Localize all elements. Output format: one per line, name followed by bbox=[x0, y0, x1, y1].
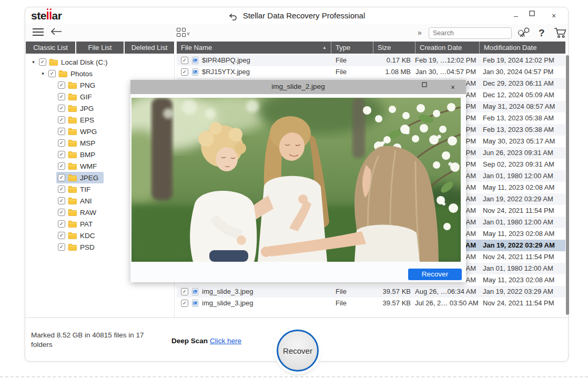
vertical-scrollbar bbox=[565, 54, 569, 317]
marked-summary-text: Marked 8.52 GB in 40815 files in 17 fold… bbox=[31, 331, 157, 350]
sort-ascending-icon: ▲ bbox=[322, 42, 327, 54]
tree-checkbox[interactable]: ✓ bbox=[58, 162, 65, 170]
preview-maximize-button[interactable] bbox=[422, 82, 433, 93]
tree-item-label: GIF bbox=[80, 93, 92, 101]
back-arrow-icon[interactable] bbox=[50, 27, 63, 36]
cart-icon[interactable] bbox=[553, 26, 567, 39]
folder-icon bbox=[68, 209, 77, 216]
tree-checkbox[interactable]: ✓ bbox=[58, 220, 65, 228]
table-row[interactable]: ✓ img_slide_3.jpeg File 39.57 KB Jul 26,… bbox=[177, 297, 565, 309]
help-icon[interactable]: ? bbox=[539, 27, 545, 39]
tree-item-label: EPS bbox=[80, 116, 94, 124]
creation-date: Jul 26, 2… 03:50 AM bbox=[415, 297, 479, 309]
tree-checkbox[interactable]: ✓ bbox=[58, 81, 65, 89]
screen: stellar Stellar Data Recovery Profession… bbox=[0, 0, 588, 380]
folder-icon bbox=[68, 174, 77, 181]
preview-titlebar[interactable]: img_slide_2.jpeg × bbox=[130, 80, 466, 94]
folder-icon bbox=[68, 197, 77, 204]
column-header-file-name[interactable]: File Name▲ bbox=[177, 42, 331, 54]
preview-recover-button[interactable]: Recover bbox=[408, 269, 462, 280]
search-input[interactable] bbox=[429, 29, 518, 37]
tree-checkbox[interactable]: ✓ bbox=[58, 174, 65, 181]
logo-dots bbox=[47, 8, 48, 10]
menu-icon[interactable] bbox=[33, 28, 44, 36]
column-header-size[interactable]: Size bbox=[373, 42, 415, 54]
file-size: 39.57 KB bbox=[373, 286, 415, 297]
expand-arrow-icon[interactable]: ▾ bbox=[29, 59, 37, 65]
tree-checkbox[interactable]: ✓ bbox=[58, 93, 65, 100]
tree-item-label: JPEG bbox=[80, 174, 98, 182]
tree-checkbox[interactable]: ✓ bbox=[58, 197, 65, 204]
expand-arrow-icon[interactable]: ▾ bbox=[39, 71, 47, 76]
file-size: 1.08 MB bbox=[373, 66, 415, 78]
scrollbar-thumb[interactable] bbox=[566, 55, 569, 315]
row-checkbox[interactable]: ✓ bbox=[181, 300, 188, 307]
modification-date: May 31, 2024 08:57 AM bbox=[479, 101, 565, 112]
tree-item-label: WMF bbox=[80, 162, 97, 170]
jpeg-file-icon bbox=[192, 68, 198, 76]
close-button[interactable]: × bbox=[548, 11, 560, 21]
modification-date: May 11, 2023 02:08 AM bbox=[479, 274, 565, 286]
modification-date: Jan 30, 2024 04:57 PM bbox=[479, 66, 565, 78]
tree-item-photos[interactable]: ▾ ✓ Photos bbox=[26, 68, 174, 79]
tree-checkbox[interactable]: ✓ bbox=[58, 151, 65, 158]
table-row[interactable]: ✓ img_slide_3.jpeg File 39.57 KB Aug 26,… bbox=[177, 286, 565, 297]
row-checkbox[interactable]: ✓ bbox=[181, 57, 188, 64]
view-switch-icon[interactable]: ˅ bbox=[177, 28, 190, 37]
tab-file-list[interactable]: File List bbox=[76, 42, 124, 54]
tree-checkbox[interactable]: ✓ bbox=[48, 70, 56, 77]
modification-date: May 11, 2023 02:08 AM bbox=[479, 182, 565, 193]
tree-checkbox[interactable]: ✓ bbox=[39, 58, 46, 66]
file-name: img_slide_3.jpeg bbox=[202, 297, 254, 309]
preview-title: img_slide_2.jpeg bbox=[130, 83, 466, 90]
column-header-modification-date[interactable]: Modification Date bbox=[479, 42, 565, 54]
tree-item-label: MSP bbox=[80, 139, 95, 147]
tree-checkbox[interactable]: ✓ bbox=[58, 139, 65, 147]
row-checkbox[interactable]: ✓ bbox=[181, 288, 188, 295]
folder-icon bbox=[68, 128, 77, 135]
modification-date: Jun 26, 2023 09:31 AM bbox=[479, 147, 565, 159]
tab-classic-list[interactable]: Classic List bbox=[26, 42, 75, 54]
maximize-button[interactable] bbox=[529, 11, 541, 21]
tree-checkbox[interactable]: ✓ bbox=[58, 116, 65, 124]
tree-item-label: ANI bbox=[80, 197, 92, 205]
column-header-type[interactable]: Type bbox=[331, 42, 373, 54]
folder-icon bbox=[68, 139, 77, 147]
file-name: $IPR4BPQ.jpeg bbox=[202, 55, 250, 66]
tree-checkbox[interactable]: ✓ bbox=[58, 105, 65, 112]
jpeg-file-icon bbox=[192, 57, 198, 64]
recover-button[interactable]: Recover bbox=[277, 330, 319, 372]
tree-checkbox[interactable]: ✓ bbox=[58, 186, 65, 193]
modification-date: Jan 19, 2022 03:29 AM bbox=[479, 286, 565, 297]
modification-date: Jan 01, 1980 12:00 AM bbox=[479, 263, 565, 274]
screen-bottom-edge bbox=[0, 376, 588, 377]
creation-date: Aug 26, …06:34 AM bbox=[415, 286, 479, 297]
deep-scan-click-here-link[interactable]: Click here bbox=[210, 337, 241, 345]
table-row[interactable]: ✓ $IPR4BPQ.jpeg File 0.17 KB Feb 19, …12… bbox=[177, 55, 565, 66]
table-row[interactable]: ✓ $RJ15YTX.jpeg File 1.08 MB Jan 30, …04… bbox=[177, 66, 565, 78]
tree-checkbox[interactable]: ✓ bbox=[58, 232, 65, 239]
folder-icon bbox=[68, 162, 77, 170]
modification-date: Dec 29, 2023 06:11 AM bbox=[479, 78, 565, 89]
overflow-chevrons-icon[interactable]: » bbox=[418, 28, 421, 37]
table-header: File Name▲ Type Size Creation Date Modif… bbox=[177, 42, 565, 54]
column-header-creation-date[interactable]: Creation Date bbox=[415, 42, 479, 54]
row-checkbox[interactable]: ✓ bbox=[181, 68, 188, 76]
modification-date: Sep 02, 2023 09:31 AM bbox=[479, 159, 565, 170]
file-type: File bbox=[331, 297, 373, 309]
file-size: 0.17 KB bbox=[373, 55, 415, 66]
window-controls: – × bbox=[510, 11, 560, 21]
file-type: File bbox=[331, 55, 373, 66]
tree-item-local-disk-c[interactable]: ▾ ✓ Local Disk (C:) bbox=[26, 56, 174, 68]
jpeg-file-icon bbox=[192, 300, 198, 307]
tree-checkbox[interactable]: ✓ bbox=[58, 128, 65, 135]
tab-deleted-list[interactable]: Deleted List bbox=[125, 42, 174, 54]
tree-checkbox[interactable]: ✓ bbox=[58, 209, 65, 216]
preview-close-button[interactable]: × bbox=[447, 82, 459, 93]
folder-icon bbox=[68, 81, 77, 89]
titlebar: stellar Stellar Data Recovery Profession… bbox=[25, 7, 568, 24]
minimize-button[interactable]: – bbox=[510, 11, 522, 21]
preview-photo bbox=[131, 98, 461, 262]
tree-checkbox[interactable]: ✓ bbox=[58, 243, 65, 251]
activation-key-icon[interactable] bbox=[518, 26, 531, 39]
